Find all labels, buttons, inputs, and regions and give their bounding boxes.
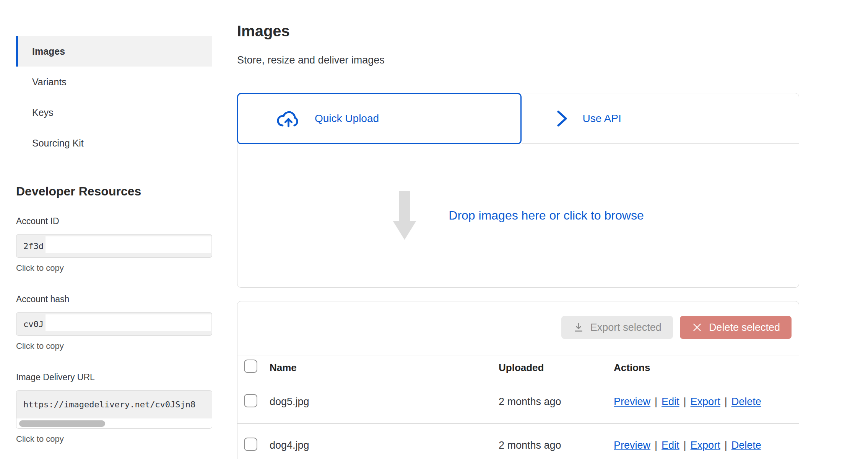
chevron-right-icon [555,109,569,128]
sidebar-item-label: Keys [32,107,54,118]
export-selected-label: Export selected [590,322,662,334]
scrollbar-thumb[interactable] [19,420,105,427]
action-separator: | [679,439,691,451]
account-id-field[interactable]: 2f3d [16,234,212,258]
tab-quick-upload[interactable]: Quick Upload [237,93,522,144]
tab-label: Quick Upload [315,112,379,125]
arrow-down-icon [392,191,417,240]
dropzone-text: Drop images here or click to browse [449,208,644,223]
action-separator: | [650,396,662,408]
redaction-overlay [46,236,211,253]
click-to-copy-hint: Click to copy [16,434,212,444]
sidebar-item-images[interactable]: Images [16,36,212,67]
action-separator: | [650,439,662,451]
sidebar-item-variants[interactable]: Variants [16,67,212,97]
delivery-url-value: https://imagedelivery.net/cv0JSjn8 [16,391,212,418]
delete-link[interactable]: Delete [731,439,761,451]
delete-selected-label: Delete selected [709,322,780,334]
images-table-card: Export selected Delete selected Name Upl… [237,301,799,459]
preview-link[interactable]: Preview [614,439,650,451]
page-subtitle: Store, resize and deliver images [237,54,799,66]
account-hash-field[interactable]: cv0J [16,312,212,336]
delivery-url-field[interactable]: https://imagedelivery.net/cv0JSjn8 [16,390,212,429]
uploaded-time: 2 months ago [499,396,614,408]
image-dropzone[interactable]: Drop images here or click to browse [237,144,799,287]
delete-link[interactable]: Delete [731,396,761,408]
upload-tab-row: Quick Upload Use API [237,93,799,144]
x-icon [691,322,703,333]
export-link[interactable]: Export [691,396,720,408]
sidebar-item-label: Variants [32,76,67,88]
action-separator: | [720,439,731,451]
redaction-overlay [46,314,211,331]
sidebar-item-sourcing-kit[interactable]: Sourcing Kit [16,128,212,158]
file-name: dog5.jpg [270,396,499,408]
horizontal-scrollbar[interactable] [16,418,212,428]
uploaded-time: 2 months ago [499,439,614,451]
action-separator: | [679,396,691,408]
sidebar-item-label: Images [32,46,65,57]
edit-link[interactable]: Edit [662,439,679,451]
account-id-value: 2f3d [23,241,44,251]
delivery-url-label: Image Delivery URL [16,372,212,382]
row-checkbox[interactable] [244,438,257,451]
delete-selected-button[interactable]: Delete selected [680,316,792,339]
account-hash-group: Account hash cv0J Click to copy [16,294,212,351]
select-all-checkbox[interactable] [244,360,257,373]
row-actions: Preview | Edit | Export | Delete [614,439,799,451]
account-hash-value: cv0J [23,319,44,329]
export-link[interactable]: Export [691,439,720,451]
upload-card: Quick Upload Use API Drop images here or… [237,93,799,288]
table-row: dog4.jpg 2 months ago Preview | Edit | E… [237,424,799,459]
edit-link[interactable]: Edit [662,396,679,408]
tab-label: Use API [583,112,621,125]
main-content: Images Store, resize and deliver images … [237,22,799,459]
sidebar-item-keys[interactable]: Keys [16,97,212,128]
action-separator: | [720,396,731,408]
row-checkbox[interactable] [244,394,257,407]
column-header-uploaded: Uploaded [499,362,614,374]
table-toolbar: Export selected Delete selected [237,301,799,355]
column-header-actions: Actions [614,362,799,374]
table-row: dog5.jpg 2 months ago Preview | Edit | E… [237,380,799,424]
cloud-upload-icon [276,110,300,127]
row-actions: Preview | Edit | Export | Delete [614,396,799,408]
tab-use-api[interactable]: Use API [522,93,799,144]
account-hash-label: Account hash [16,294,212,304]
developer-resources-heading: Developer Resources [16,184,212,199]
click-to-copy-hint: Click to copy [16,341,212,351]
page-title: Images [237,22,799,40]
table-header-row: Name Uploaded Actions [237,355,799,380]
account-id-label: Account ID [16,216,212,226]
preview-link[interactable]: Preview [614,396,650,408]
sidebar: Images Variants Keys Sourcing Kit Develo… [16,36,212,444]
click-to-copy-hint: Click to copy [16,263,212,273]
download-icon [573,322,584,333]
export-selected-button[interactable]: Export selected [561,316,673,339]
column-header-name: Name [270,362,499,374]
file-name: dog4.jpg [270,439,499,451]
account-id-group: Account ID 2f3d Click to copy [16,216,212,273]
delivery-url-group: Image Delivery URL https://imagedelivery… [16,372,212,444]
sidebar-item-label: Sourcing Kit [32,138,84,149]
